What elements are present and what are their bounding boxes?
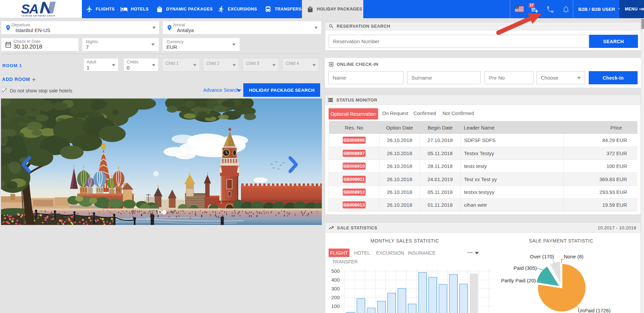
svg-text:200: 200 bbox=[331, 294, 340, 300]
svg-text:300: 300 bbox=[331, 286, 340, 291]
svg-text:TOURISM SOFTWARE GROUP: TOURISM SOFTWARE GROUP bbox=[22, 15, 56, 17]
svg-text:100: 100 bbox=[331, 303, 340, 309]
svg-text:SA: SA bbox=[21, 1, 38, 16]
svg-text:UnPaid (1726): UnPaid (1726) bbox=[578, 308, 611, 313]
svg-text:Partly Paid (20): Partly Paid (20) bbox=[501, 278, 536, 283]
svg-text:None (8): None (8) bbox=[564, 254, 583, 259]
svg-text:Paid (305): Paid (305) bbox=[514, 265, 537, 271]
svg-text:500: 500 bbox=[331, 268, 340, 274]
svg-text:400: 400 bbox=[331, 277, 340, 283]
svg-text:Over (170): Over (170) bbox=[530, 254, 554, 259]
